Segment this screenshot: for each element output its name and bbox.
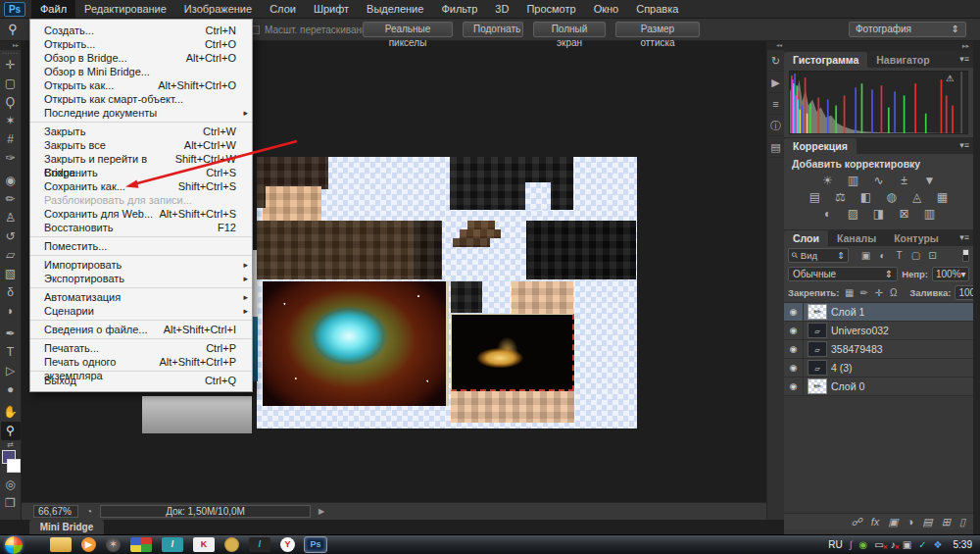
invert-icon[interactable]: ◐	[819, 207, 836, 222]
link-layers-icon[interactable]: ☍	[852, 516, 862, 529]
file-menu-item[interactable]: Импортировать	[30, 258, 252, 272]
layer-thumbnail[interactable]	[808, 342, 826, 356]
screen-mode-icon[interactable]: ❐	[1, 494, 21, 513]
volume-icon[interactable]: ♪	[891, 538, 896, 552]
file-menu-item[interactable]: Открыть... Ctrl+O	[30, 37, 252, 51]
actual-pixels-button[interactable]: Реальные пикселы	[363, 22, 453, 37]
file-menu-item[interactable]: Закрыть Ctrl+W	[30, 125, 252, 138]
lock-transparency-icon[interactable]: ▦	[843, 287, 856, 298]
photo-filter-icon[interactable]: ◍	[883, 190, 900, 205]
Слой 0[interactable]: ◉ Слой 0	[784, 378, 973, 396]
file-menu-item[interactable]: Обзор в Bridge... Alt+Ctrl+O	[30, 51, 252, 65]
new-group-icon[interactable]: ▤	[922, 516, 932, 529]
brightness-contrast-icon[interactable]: ☀	[819, 174, 836, 188]
kaspersky-icon[interactable]: K	[193, 537, 215, 552]
levels-icon[interactable]: ▥	[845, 174, 861, 188]
pen-tool[interactable]: ✒	[1, 325, 21, 343]
menu-item[interactable]: Окно	[585, 0, 628, 19]
info-icon[interactable]: ⓘ	[768, 115, 784, 136]
paint-tool-icon[interactable]: /	[162, 537, 183, 552]
file-menu-item[interactable]: Сохранить для Web... Alt+Shift+Ctrl+S	[30, 207, 252, 221]
new-layer-icon[interactable]: ⊞	[942, 516, 951, 529]
opacity-input[interactable]: 100% ▾	[932, 267, 969, 281]
file-menu-item[interactable]: Экспортировать	[30, 272, 252, 288]
layer-style-icon[interactable]: fx	[871, 516, 880, 528]
menu-item[interactable]: Файл	[31, 0, 75, 19]
menu-item[interactable]: Редактирование	[75, 0, 175, 19]
file-menu-item[interactable]: Сохранить как... Shift+Ctrl+S	[30, 179, 252, 193]
quick-mask-icon[interactable]: ◎	[1, 476, 21, 494]
vibrance-icon[interactable]: ▼	[921, 174, 938, 188]
panel-menu-icon[interactable]: ▾≡	[959, 232, 969, 242]
file-menu-item[interactable]: Печать одного экземпляра Alt+Shift+Ctrl+…	[30, 355, 252, 372]
file-menu-item[interactable]: Обзор в Mini Bridge...	[30, 65, 252, 78]
file-menu-item[interactable]: Последние документы	[30, 106, 252, 123]
file-menu-item[interactable]: Открыть как... Alt+Shift+Ctrl+O	[30, 78, 252, 92]
layer-comps-icon[interactable]: ▤	[768, 136, 784, 158]
file-menu-item[interactable]: Сценарии	[30, 304, 252, 321]
actions-icon[interactable]: ▶	[768, 72, 784, 93]
panel-tab[interactable]: Гистограмма	[784, 52, 867, 68]
filter-pixel-icon[interactable]: ▣	[858, 250, 873, 261]
layer-thumbnail[interactable]	[808, 305, 826, 319]
layer-thumbnail[interactable]	[808, 361, 826, 375]
color-lookup-icon[interactable]: ▦	[934, 190, 951, 205]
file-menu-item[interactable]: Закрыть все Alt+Ctrl+W	[30, 138, 252, 152]
tool-presets-icon[interactable]: ≡	[768, 93, 784, 115]
adjustments-tab[interactable]: Коррекция	[784, 138, 857, 154]
file-menu-item[interactable]: Открыть как смарт-объект...	[30, 92, 252, 106]
start-button[interactable]	[5, 536, 23, 554]
file-menu-item[interactable]: Поместить...	[30, 239, 252, 256]
menu-item[interactable]: Слои	[261, 0, 305, 19]
clone-stamp-tool[interactable]: ♙	[1, 209, 21, 227]
file-menu-item[interactable]: Печатать... Ctrl+P	[30, 341, 252, 355]
collapse-dock-icon[interactable]: ◂◂	[767, 41, 784, 50]
new-adjustment-icon[interactable]: ◑	[907, 516, 914, 528]
minecraft-icon[interactable]: /	[249, 537, 270, 552]
collapse-tools-icon[interactable]: ▸▸	[0, 41, 21, 50]
zoom-tool[interactable]: ⚲	[1, 422, 21, 440]
gradient-map-icon[interactable]: ▥	[921, 207, 938, 222]
panel-menu-icon[interactable]: ▾≡	[959, 54, 969, 64]
menu-item[interactable]: Справка	[627, 0, 687, 19]
panel-tab[interactable]: Слои	[784, 230, 828, 246]
minibridge-tab[interactable]: Mini Bridge	[29, 520, 104, 534]
gold-app-icon[interactable]	[224, 537, 239, 552]
panel-menu-icon[interactable]: ▾≡	[959, 140, 969, 150]
Universo032[interactable]: ◉ Universo032	[784, 322, 973, 340]
layer-thumbnail[interactable]	[808, 324, 826, 337]
file-menu-item[interactable]: Создать... Ctrl+N	[30, 24, 252, 37]
gradient-tool[interactable]: ▧	[1, 265, 21, 283]
menu-item[interactable]: 3D	[486, 0, 517, 19]
lasso-tool[interactable]: Ϙ	[1, 93, 21, 112]
file-menu-item[interactable]: Восстановить F12	[30, 221, 252, 237]
blur-tool[interactable]: δ	[1, 283, 21, 302]
status-flyout-icon[interactable]: ▶	[318, 507, 324, 516]
color-balance-icon[interactable]: ⚖	[832, 190, 849, 205]
game-icon[interactable]: ✶	[106, 537, 121, 552]
workspace-select[interactable]: Фотография ⇕	[849, 22, 966, 37]
channel-mixer-icon[interactable]: ◬	[908, 190, 925, 205]
eraser-tool[interactable]: ▱	[1, 246, 21, 265]
blend-mode-select[interactable]: Обычные ⇕	[788, 267, 898, 281]
update-icon[interactable]: ❖	[934, 538, 943, 552]
filter-toggle[interactable]	[962, 249, 969, 262]
hand-tool[interactable]: ✋	[1, 403, 21, 422]
yandex-browser-icon[interactable]: Y	[280, 537, 295, 552]
menu-item[interactable]: Просмотр	[517, 0, 584, 19]
swap-colors-icon[interactable]: ⇄	[1, 440, 21, 450]
filter-type-icon[interactable]: T	[892, 250, 906, 261]
eyedropper-tool[interactable]: ✑	[1, 149, 21, 168]
lock-move-icon[interactable]: ✛	[872, 287, 885, 298]
lock-paint-icon[interactable]: ✏	[858, 287, 870, 298]
panel-tab[interactable]: Каналы	[828, 230, 885, 246]
marquee-tool[interactable]: ▢	[1, 75, 21, 93]
filter-shape-icon[interactable]: ▢	[908, 250, 923, 261]
curves-icon[interactable]: ∿	[870, 174, 887, 188]
selective-color-icon[interactable]: ⊠	[896, 207, 912, 222]
shape-tool[interactable]: ●	[1, 380, 21, 399]
hue-saturation-icon[interactable]: ▤	[807, 190, 823, 205]
menu-item[interactable]: Изображение	[175, 0, 261, 19]
type-tool[interactable]: T	[1, 343, 21, 362]
nvidia-icon[interactable]: ◉	[859, 538, 868, 552]
